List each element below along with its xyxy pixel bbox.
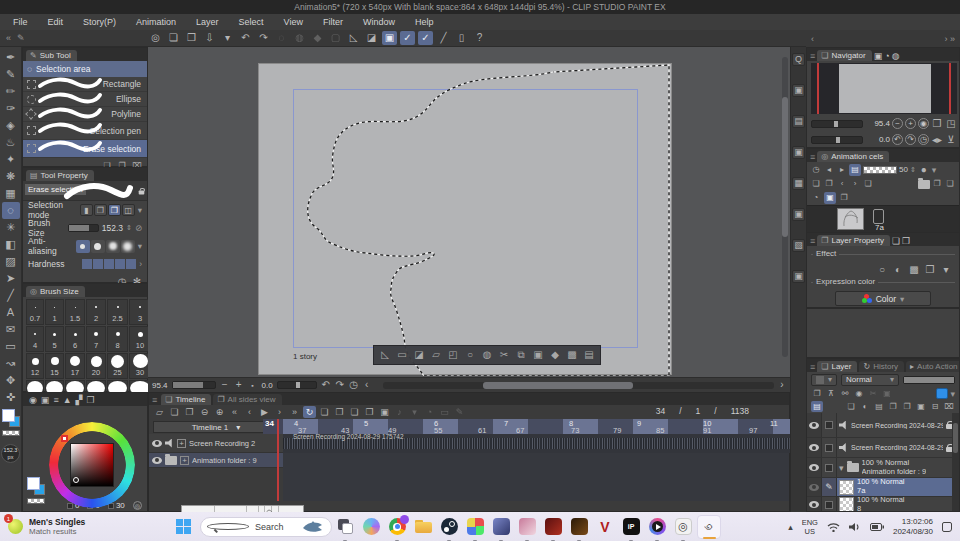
- command-bar-icon[interactable]: ?: [472, 31, 487, 45]
- command-bar-icon[interactable]: ▢: [328, 31, 343, 45]
- eye-icon[interactable]: [809, 484, 819, 491]
- pencil-tool-icon[interactable]: ✎: [2, 66, 20, 83]
- color-panel-tab-icon[interactable]: ▲: [63, 395, 72, 405]
- brush-size-value[interactable]: 152.3: [102, 223, 123, 233]
- zoom-100-button[interactable]: ◉: [918, 118, 929, 129]
- aa-strong-button[interactable]: [121, 240, 135, 253]
- main-sub-color-swatch[interactable]: [27, 477, 45, 495]
- timeline-toolbar-icon[interactable]: ❐: [183, 406, 196, 418]
- timeline-toolbar-icon[interactable]: ✎: [453, 406, 466, 418]
- command-bar-icon[interactable]: ✓: [400, 31, 415, 45]
- layer-action-icon[interactable]: ▤: [873, 401, 885, 412]
- material-palette-icon[interactable]: ▣: [792, 208, 805, 221]
- layer-opacity-slider[interactable]: [903, 376, 955, 384]
- layer-color-chip[interactable]: [936, 388, 948, 399]
- battery-icon[interactable]: [870, 523, 884, 531]
- brush-size-cell[interactable]: 0.7: [26, 299, 44, 325]
- chevron-down-icon[interactable]: ▾: [138, 241, 142, 251]
- panel-menu-icon[interactable]: ≡: [810, 236, 815, 246]
- layer-tool-icon[interactable]: ❐: [811, 388, 823, 399]
- clip-studio-button[interactable]: ◎: [671, 515, 695, 539]
- timeline-toolbar-icon[interactable]: ▭: [438, 406, 451, 418]
- selection-launcher-icon[interactable]: ◺: [377, 347, 393, 363]
- text-tool-icon[interactable]: A: [2, 304, 20, 321]
- menu-item[interactable]: Story(P): [74, 16, 125, 28]
- animation-track-header[interactable]: + Animation folder : 9: [149, 453, 283, 468]
- panel-collapse-controls[interactable]: « ✎: [0, 33, 148, 43]
- selection-launcher-icon[interactable]: ◰: [445, 347, 461, 363]
- collapse-all-icon[interactable]: »: [950, 34, 955, 44]
- layer-tool-icon[interactable]: ✂: [867, 388, 879, 399]
- timeline-toolbar-icon[interactable]: ⊕: [213, 406, 226, 418]
- material-palette-icon[interactable]: ▦: [792, 177, 805, 190]
- menu-item[interactable]: Layer: [187, 16, 228, 28]
- menu-item[interactable]: Help: [406, 16, 443, 28]
- zoom-fit-icon[interactable]: ▪: [248, 378, 258, 392]
- rotate-cw-icon[interactable]: ↷: [335, 378, 345, 392]
- selection-mode-button[interactable]: ❐: [108, 204, 121, 216]
- blend-mode-dropdown[interactable]: Normal▾: [841, 374, 899, 386]
- rotate-ccw-icon[interactable]: ↶: [321, 378, 331, 392]
- clip-studio-paint-button-active[interactable]: ꩜: [697, 515, 721, 539]
- command-bar-icon[interactable]: ◪: [364, 31, 379, 45]
- eye-icon[interactable]: [152, 440, 162, 447]
- ibispaint-button[interactable]: iP: [619, 515, 643, 539]
- command-bar-icon[interactable]: ▯: [454, 31, 469, 45]
- material-palette-icon[interactable]: ▣: [792, 270, 805, 283]
- selection-launcher-icon[interactable]: ▤: [581, 347, 597, 363]
- timeline-toolbar-icon[interactable]: ❏: [318, 406, 331, 418]
- timeline-toolbar-icon[interactable]: ♪: [393, 406, 406, 418]
- correct-line-tool-icon[interactable]: ↝: [2, 355, 20, 372]
- timeline-toolbar-icon[interactable]: ↻: [303, 406, 316, 418]
- audio-track-header[interactable]: + Screen Recording 2: [149, 434, 283, 453]
- notification-center-icon[interactable]: [942, 522, 952, 532]
- layer-property-extra-tab-icon[interactable]: ❐: [902, 236, 910, 246]
- timeline-toolbar-icon[interactable]: ▾: [408, 406, 421, 418]
- start-button[interactable]: [170, 516, 196, 538]
- layer-action-icon[interactable]: ❐: [901, 401, 913, 412]
- command-bar-icon[interactable]: ╱: [436, 31, 451, 45]
- navigator-zoom-slider[interactable]: [811, 120, 863, 128]
- v-app-button[interactable]: V: [593, 515, 617, 539]
- cels-nav-icon[interactable]: ❏: [810, 178, 822, 190]
- color-settings-icon[interactable]: ◎: [133, 501, 142, 510]
- timeline-toolbar-icon[interactable]: «: [228, 406, 241, 418]
- brush-size-cell[interactable]: 20: [86, 353, 106, 379]
- zoom-in-icon[interactable]: +: [234, 378, 244, 392]
- transparent-color-swatch[interactable]: [2, 430, 20, 436]
- effect-toggle-icon[interactable]: ▩: [907, 263, 921, 276]
- blend-tool-icon[interactable]: ❋: [2, 168, 20, 185]
- layer-tool-icon[interactable]: ◉: [853, 388, 865, 399]
- brush-size-cell[interactable]: 2.5: [107, 299, 128, 325]
- subtool-item[interactable]: Selection pen: [23, 122, 147, 140]
- menu-item[interactable]: Window: [354, 16, 404, 28]
- main-sub-color-swatch[interactable]: [2, 409, 20, 427]
- effect-toggle-icon[interactable]: ◐: [891, 263, 905, 276]
- selection-launcher-icon[interactable]: ⧉: [513, 347, 529, 363]
- game-app-button-1[interactable]: [463, 515, 487, 539]
- command-bar-icon[interactable]: ❐: [184, 31, 199, 45]
- brush-size-cell[interactable]: 25: [107, 353, 128, 379]
- command-bar-icon[interactable]: ◌: [274, 31, 289, 45]
- tab-layer-property[interactable]: ❐Layer Property: [817, 235, 890, 246]
- taskbar-widget[interactable]: 1 Men's SinglesMatch results: [0, 517, 170, 537]
- selection-launcher-icon[interactable]: ▣: [530, 347, 546, 363]
- layer-property-extra-tab-icon[interactable]: ❏: [892, 236, 900, 246]
- command-bar-icon[interactable]: ❏: [166, 31, 181, 45]
- expand-icon[interactable]: +: [180, 456, 189, 465]
- reset-rotate-button[interactable]: ◷: [918, 134, 929, 145]
- navigator-extra-tab-icon[interactable]: ▣: [874, 51, 883, 61]
- cel-thumbnail[interactable]: [837, 208, 864, 230]
- tray-expand-icon[interactable]: ▴: [788, 522, 793, 532]
- canvas[interactable]: 1 story ◺▭◪▱◰○◍✂⧉▣◆▩▤: [258, 63, 672, 375]
- eye-icon[interactable]: [809, 444, 819, 451]
- collapse-left-icon[interactable]: ‹: [811, 34, 814, 44]
- volume-icon[interactable]: [849, 522, 861, 532]
- timeline-toolbar-icon[interactable]: ‹: [243, 406, 256, 418]
- cels-folder-icon[interactable]: ❏: [944, 178, 956, 190]
- brush-size-cell[interactable]: 6: [65, 326, 85, 352]
- canvas-horizontal-scrollbar[interactable]: [383, 382, 774, 389]
- material-palette-icon[interactable]: ▣: [792, 146, 805, 159]
- copilot-button[interactable]: [359, 515, 383, 539]
- layer-row-cel-8[interactable]: 100 % Normal8: [807, 497, 955, 512]
